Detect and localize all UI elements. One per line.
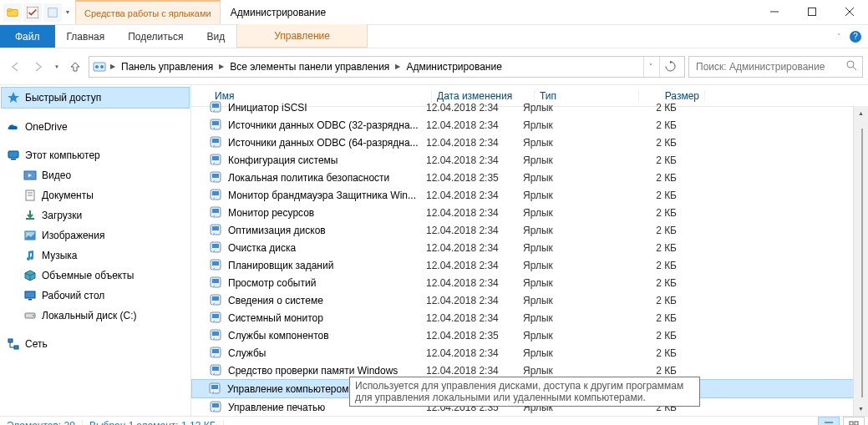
sidebar-pc-child[interactable]: Музыка bbox=[0, 245, 190, 266]
sidebar-onedrive[interactable]: OneDrive bbox=[0, 117, 190, 137]
tab-manage[interactable]: Управление bbox=[236, 24, 368, 48]
qat-folder-icon[interactable] bbox=[3, 3, 22, 22]
file-row[interactable]: Планировщик заданий12.04.2018 2:34Ярлык2… bbox=[191, 256, 868, 274]
shortcut-icon bbox=[210, 347, 223, 360]
file-row[interactable]: Службы компонентов12.04.2018 2:35Ярлык2 … bbox=[191, 326, 868, 344]
svg-rect-54 bbox=[212, 296, 219, 301]
sidebar-pc-child[interactable]: Видео bbox=[0, 165, 190, 185]
sidebar-pc-child[interactable]: Рабочий стол bbox=[0, 286, 190, 306]
scroll-up-button[interactable]: ▲ bbox=[854, 106, 868, 120]
nav-up-button[interactable] bbox=[65, 57, 85, 77]
maximize-button[interactable] bbox=[793, 0, 830, 23]
file-name: Источники данных ODBC (64-разрядна... bbox=[228, 137, 419, 149]
sidebar-this-pc[interactable]: Этот компьютер bbox=[0, 145, 190, 165]
qat-properties-icon[interactable] bbox=[23, 3, 42, 22]
sidebar-item-label: Видео bbox=[42, 169, 71, 181]
file-row[interactable]: Просмотр событий12.04.2018 2:34Ярлык2 КБ bbox=[191, 274, 868, 291]
folder-icon bbox=[23, 289, 37, 302]
close-button[interactable] bbox=[830, 0, 868, 23]
file-type: Ярлык bbox=[523, 190, 622, 201]
expand-ribbon-icon[interactable]: ˅ bbox=[837, 33, 841, 41]
file-row[interactable]: Службы12.04.2018 2:34Ярлык2 КБ bbox=[191, 344, 868, 362]
file-tab[interactable]: Файл bbox=[0, 25, 55, 48]
file-name: Сведения о системе bbox=[228, 295, 323, 306]
file-type: Ярлык bbox=[523, 137, 622, 149]
sidebar-network[interactable]: Сеть bbox=[0, 334, 190, 354]
sidebar-pc-child[interactable]: Загрузки bbox=[0, 205, 190, 225]
qat-new-folder-icon[interactable] bbox=[43, 3, 62, 22]
context-tab-header: Средства работы с ярлыками bbox=[75, 0, 221, 24]
view-details-button[interactable] bbox=[818, 417, 840, 425]
file-list[interactable]: Инициатор iSCSI12.04.2018 2:34Ярлык2 КБИ… bbox=[191, 99, 868, 416]
qat-dropdown-icon[interactable]: ▼ bbox=[63, 3, 72, 22]
sidebar-pc-child[interactable]: Изображения bbox=[0, 225, 190, 245]
svg-rect-28 bbox=[14, 346, 18, 349]
file-type: Ярлык bbox=[523, 260, 622, 271]
file-date: 12.04.2018 2:34 bbox=[426, 260, 523, 271]
sidebar-pc-child[interactable]: Локальный диск (C:) bbox=[0, 306, 190, 326]
file-name: Локальная политика безопасности bbox=[228, 172, 389, 184]
svg-rect-62 bbox=[212, 367, 219, 371]
address-dropdown-icon[interactable]: ˅ bbox=[643, 57, 657, 77]
file-date: 12.04.2018 2:34 bbox=[426, 312, 523, 324]
search-box[interactable] bbox=[688, 56, 863, 78]
file-row[interactable]: Источники данных ODBC (64-разрядна...12.… bbox=[191, 134, 868, 151]
scroll-down-button[interactable]: ▼ bbox=[854, 402, 868, 416]
breadcrumb-arrow[interactable]: ▶ bbox=[393, 63, 403, 70]
breadcrumb-arrow[interactable]: ▶ bbox=[216, 63, 226, 70]
file-row[interactable]: Локальная политика безопасности12.04.201… bbox=[191, 169, 868, 186]
file-row[interactable]: Монитор брандмауэра Защитника Win...12.0… bbox=[191, 186, 868, 204]
svg-rect-40 bbox=[212, 174, 219, 178]
file-row[interactable]: Сведения о системе12.04.2018 2:34Ярлык2 … bbox=[191, 291, 868, 309]
file-size: 2 КБ bbox=[622, 137, 682, 149]
breadcrumb-seg-0[interactable]: Панель управления bbox=[119, 61, 215, 73]
refresh-button[interactable] bbox=[659, 57, 681, 77]
sidebar-pc-child[interactable]: Документы bbox=[0, 185, 190, 205]
status-selection: Выбран 1 элемент: 1,13 КБ bbox=[83, 420, 224, 425]
file-name: Службы компонентов bbox=[228, 330, 329, 342]
nav-forward-button[interactable] bbox=[28, 57, 48, 77]
file-size: 2 КБ bbox=[622, 365, 682, 377]
file-row[interactable]: Источники данных ODBC (32-разрядна...12.… bbox=[191, 116, 868, 134]
control-panel-icon bbox=[93, 60, 106, 73]
address-bar[interactable]: ▶ Панель управления ▶ Все элементы панел… bbox=[89, 56, 685, 78]
file-row[interactable]: Очистка диска12.04.2018 2:34Ярлык2 КБ bbox=[191, 239, 868, 256]
file-row[interactable]: Системный монитор12.04.2018 2:34Ярлык2 К… bbox=[191, 309, 868, 326]
breadcrumb-seg-1[interactable]: Все элементы панели управления bbox=[228, 61, 391, 73]
search-input[interactable] bbox=[694, 60, 845, 73]
breadcrumb-arrow[interactable]: ▶ bbox=[108, 63, 118, 70]
file-name: Конфигурация системы bbox=[228, 154, 338, 166]
file-row[interactable]: Оптимизация дисков12.04.2018 2:34Ярлык2 … bbox=[191, 221, 868, 239]
file-type: Ярлык bbox=[523, 102, 622, 114]
help-icon[interactable]: ? bbox=[850, 31, 861, 43]
file-size: 2 КБ bbox=[622, 172, 682, 184]
file-date: 12.04.2018 2:35 bbox=[426, 172, 523, 184]
shortcut-icon bbox=[210, 136, 223, 149]
sidebar-quick-access[interactable]: Быстрый доступ bbox=[1, 87, 190, 109]
nav-history-button[interactable]: ▼ bbox=[52, 57, 62, 77]
sidebar-item-label: Документы bbox=[42, 190, 94, 201]
tab-view[interactable]: Вид bbox=[195, 25, 236, 48]
search-icon[interactable] bbox=[845, 59, 857, 73]
file-row[interactable]: Конфигурация системы12.04.2018 2:34Ярлык… bbox=[191, 151, 868, 169]
vertical-scrollbar[interactable]: ▲ ▼ bbox=[853, 106, 868, 416]
sidebar-pc-child[interactable]: Объемные объекты bbox=[0, 266, 190, 286]
view-large-icons-button[interactable] bbox=[843, 417, 865, 425]
nav-back-button[interactable] bbox=[5, 57, 25, 77]
breadcrumb-seg-2[interactable]: Администрирование bbox=[404, 61, 503, 73]
scroll-thumb[interactable] bbox=[861, 129, 863, 397]
file-date: 12.04.2018 2:34 bbox=[426, 154, 523, 166]
file-size: 2 КБ bbox=[622, 190, 682, 201]
tab-share[interactable]: Поделиться bbox=[116, 25, 195, 48]
file-row[interactable]: Монитор ресурсов12.04.2018 2:34Ярлык2 КБ bbox=[191, 204, 868, 221]
minimize-button[interactable] bbox=[755, 0, 793, 23]
status-count: Элементов: 20 bbox=[0, 420, 83, 425]
tab-main[interactable]: Главная bbox=[55, 25, 117, 48]
svg-rect-56 bbox=[212, 314, 219, 318]
file-name: Управление печатью bbox=[228, 402, 325, 413]
shortcut-icon bbox=[210, 224, 223, 237]
file-row[interactable]: Инициатор iSCSI12.04.2018 2:34Ярлык2 КБ bbox=[191, 99, 868, 116]
svg-point-26 bbox=[33, 315, 34, 316]
svg-rect-48 bbox=[212, 244, 219, 248]
shortcut-icon bbox=[210, 101, 223, 114]
